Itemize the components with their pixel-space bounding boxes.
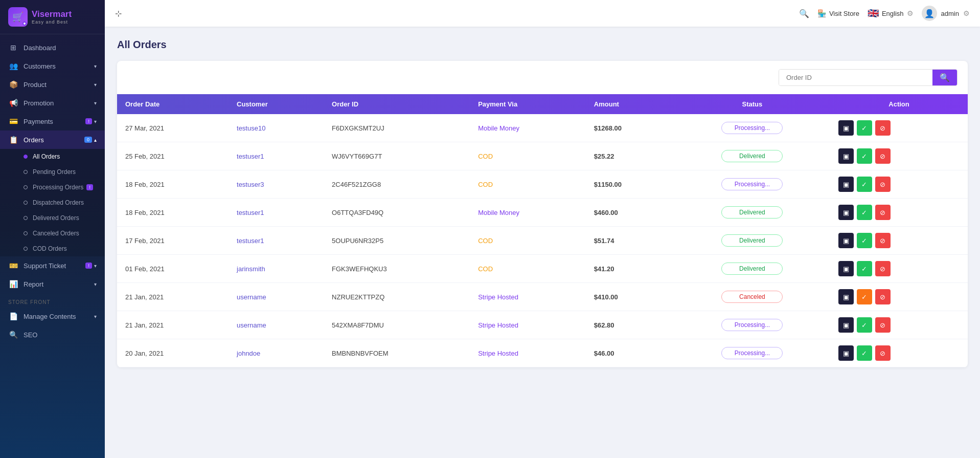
cell-action-6: ▣ ✓ ⊘ bbox=[830, 283, 968, 311]
submenu-canceled-orders[interactable]: Canceled Orders bbox=[0, 226, 105, 241]
orders-table: Order Date Customer Order ID Payment Via… bbox=[117, 94, 968, 367]
cell-status-1: Delivered bbox=[674, 142, 830, 170]
submenu-processing-orders[interactable]: Processing Orders ! bbox=[0, 180, 105, 195]
confirm-button-5[interactable]: ✓ bbox=[857, 261, 872, 276]
promotion-arrow: ▾ bbox=[94, 100, 97, 106]
table-row: 18 Feb, 2021 testuser1 O6TTQA3FD49Q Mobi… bbox=[117, 199, 968, 227]
admin-info[interactable]: 👤 admin ⚙ bbox=[922, 6, 970, 21]
expand-icon[interactable]: ⊹ bbox=[115, 9, 122, 18]
cancel-button-7[interactable]: ⊘ bbox=[875, 317, 891, 333]
sidebar-item-promotion[interactable]: 📢 Promotion ▾ bbox=[0, 94, 105, 112]
submenu-all-orders[interactable]: All Orders bbox=[0, 149, 105, 164]
confirm-button-6[interactable]: ✓ bbox=[857, 289, 872, 304]
customer-link-4[interactable]: testuser1 bbox=[237, 237, 264, 245]
cancel-button-0[interactable]: ⊘ bbox=[875, 120, 891, 136]
cell-status-2: Processing... bbox=[674, 170, 830, 199]
sidebar: 🛒 Visermart Easy and Best ⊞ Dashboard 👥 … bbox=[0, 0, 105, 458]
cell-status-0: Processing... bbox=[674, 114, 830, 142]
sidebar-item-report[interactable]: 📊 Report ▾ bbox=[0, 275, 105, 293]
order-id-search-input[interactable] bbox=[779, 70, 932, 85]
admin-avatar: 👤 bbox=[922, 6, 937, 21]
view-button-2[interactable]: ▣ bbox=[838, 177, 854, 192]
seo-icon: 🔍 bbox=[8, 331, 18, 339]
submenu-delivered-orders[interactable]: Delivered Orders bbox=[0, 210, 105, 226]
submenu-dispatched-orders[interactable]: Dispatched Orders bbox=[0, 195, 105, 210]
view-button-8[interactable]: ▣ bbox=[838, 345, 854, 361]
confirm-button-0[interactable]: ✓ bbox=[857, 120, 872, 136]
cancel-button-4[interactable]: ⊘ bbox=[875, 233, 891, 248]
table-row: 21 Jan, 2021 username NZRUE2KTTPZQ Strip… bbox=[117, 283, 968, 311]
admin-settings-icon: ⚙ bbox=[963, 9, 970, 17]
confirm-button-4[interactable]: ✓ bbox=[857, 233, 872, 248]
promotion-icon: 📢 bbox=[8, 99, 18, 107]
customer-link-3[interactable]: testuser1 bbox=[237, 209, 264, 216]
view-button-6[interactable]: ▣ bbox=[838, 289, 854, 304]
sidebar-item-support-ticket[interactable]: 🎫 Support Ticket ! ▾ bbox=[0, 256, 105, 275]
sidebar-item-orders[interactable]: 📋 Orders 0 ▴ bbox=[0, 130, 105, 149]
logo-area: 🛒 Visermart Easy and Best bbox=[0, 0, 105, 34]
language-selector[interactable]: 🇬🇧 English ⚙ bbox=[868, 8, 914, 19]
customer-link-8[interactable]: johndoe bbox=[237, 350, 260, 357]
confirm-button-8[interactable]: ✓ bbox=[857, 345, 872, 361]
sidebar-item-payments[interactable]: 💳 Payments ! ▾ bbox=[0, 112, 105, 130]
sidebar-item-manage-contents[interactable]: 📄 Manage Contents ▾ bbox=[0, 307, 105, 325]
sidebar-item-customers[interactable]: 👥 Customers ▾ bbox=[0, 57, 105, 75]
cell-status-8: Processing... bbox=[674, 339, 830, 367]
cancel-button-3[interactable]: ⊘ bbox=[875, 205, 891, 220]
cell-date-1: 25 Feb, 2021 bbox=[117, 142, 229, 170]
sidebar-item-seo[interactable]: 🔍 SEO bbox=[0, 325, 105, 344]
view-button-3[interactable]: ▣ bbox=[838, 205, 854, 220]
submenu-cod-orders[interactable]: COD Orders bbox=[0, 241, 105, 256]
customer-link-2[interactable]: testuser3 bbox=[237, 181, 264, 188]
payments-icon: 💳 bbox=[8, 117, 18, 125]
header-search-icon[interactable]: 🔍 bbox=[799, 9, 809, 18]
confirm-button-3[interactable]: ✓ bbox=[857, 205, 872, 220]
cell-customer-6: username bbox=[229, 283, 324, 311]
table-row: 01 Feb, 2021 jarinsmith FGK3WEFHQKU3 COD… bbox=[117, 255, 968, 283]
cancel-button-1[interactable]: ⊘ bbox=[875, 148, 891, 164]
search-submit-button[interactable]: 🔍 bbox=[932, 70, 957, 85]
sidebar-nav: ⊞ Dashboard 👥 Customers ▾ 📦 Product ▾ 📢 … bbox=[0, 34, 105, 458]
submenu-pending-orders[interactable]: Pending Orders bbox=[0, 164, 105, 180]
logo-dot bbox=[22, 21, 27, 26]
logo-title: Visermart bbox=[32, 9, 72, 19]
visit-store-button[interactable]: 🏪 Visit Store bbox=[817, 9, 859, 17]
view-button-1[interactable]: ▣ bbox=[838, 148, 854, 164]
table-header: Order Date Customer Order ID Payment Via… bbox=[117, 94, 968, 114]
table-row: 17 Feb, 2021 testuser1 5OUPU6NR32P5 COD … bbox=[117, 227, 968, 255]
status-badge-8: Processing... bbox=[721, 347, 783, 359]
support-icon: 🎫 bbox=[8, 261, 18, 270]
customer-link-0[interactable]: testuse10 bbox=[237, 124, 265, 132]
cancel-button-6[interactable]: ⊘ bbox=[875, 289, 891, 304]
cell-date-2: 18 Feb, 2021 bbox=[117, 170, 229, 199]
confirm-button-7[interactable]: ✓ bbox=[857, 317, 872, 333]
header-left: ⊹ bbox=[115, 9, 122, 18]
view-button-0[interactable]: ▣ bbox=[838, 120, 854, 136]
cell-date-4: 17 Feb, 2021 bbox=[117, 227, 229, 255]
cancel-button-8[interactable]: ⊘ bbox=[875, 345, 891, 361]
cell-payment-7: Stripe Hosted bbox=[470, 311, 586, 339]
cancel-button-5[interactable]: ⊘ bbox=[875, 261, 891, 276]
sidebar-item-product[interactable]: 📦 Product ▾ bbox=[0, 75, 105, 94]
view-button-4[interactable]: ▣ bbox=[838, 233, 854, 248]
customer-link-6[interactable]: username bbox=[237, 293, 266, 301]
language-label: English bbox=[882, 10, 904, 17]
cell-action-0: ▣ ✓ ⊘ bbox=[830, 114, 968, 142]
cell-customer-4: testuser1 bbox=[229, 227, 324, 255]
orders-arrow: ▴ bbox=[94, 137, 97, 143]
cell-payment-8: Stripe Hosted bbox=[470, 339, 586, 367]
customer-link-1[interactable]: testuser1 bbox=[237, 152, 264, 160]
cancel-button-2[interactable]: ⊘ bbox=[875, 177, 891, 192]
confirm-button-1[interactable]: ✓ bbox=[857, 148, 872, 164]
customer-link-7[interactable]: username bbox=[237, 321, 266, 329]
customer-link-5[interactable]: jarinsmith bbox=[237, 265, 265, 273]
confirm-button-2[interactable]: ✓ bbox=[857, 177, 872, 192]
view-button-7[interactable]: ▣ bbox=[838, 317, 854, 333]
report-icon: 📊 bbox=[8, 280, 18, 288]
header: ⊹ 🔍 🏪 Visit Store 🇬🇧 English ⚙ 👤 admin ⚙ bbox=[105, 0, 980, 27]
cell-amount-2: $1150.00 bbox=[586, 170, 674, 199]
product-arrow: ▾ bbox=[94, 82, 97, 88]
sidebar-item-dashboard[interactable]: ⊞ Dashboard bbox=[0, 38, 105, 57]
view-button-5[interactable]: ▣ bbox=[838, 261, 854, 276]
table-row: 25 Feb, 2021 testuser1 WJ6VYT669G7T COD … bbox=[117, 142, 968, 170]
